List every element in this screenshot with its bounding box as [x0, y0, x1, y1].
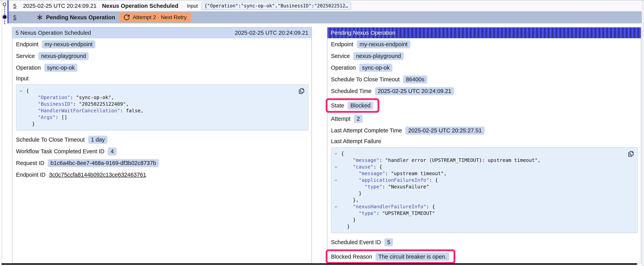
- field-label: Endpoint: [331, 41, 354, 48]
- last-attempt-failure-label: Last Attempt Failure: [331, 138, 638, 144]
- field-value-badge: 1 day: [88, 136, 108, 144]
- json-key: "type": [364, 184, 382, 190]
- timeline-node-current-icon: [3, 15, 6, 19]
- code-text: "message": "upstream timeout",: [341, 170, 447, 177]
- code-line: }: [334, 190, 624, 197]
- event-row-nexus-operation-scheduled[interactable]: 5 2025-02-25 UTC 20:24:09.21 Nexus Opera…: [8, 1, 642, 11]
- horizontal-scrollbar-thumb[interactable]: [2, 263, 637, 265]
- pending-panel-title: Pending Nexus Operation: [330, 30, 395, 36]
- field-label: Attempt: [331, 116, 350, 122]
- code-text: }: [26, 121, 35, 127]
- chevron-gutter-spacer: [334, 217, 341, 223]
- field-value-badge: Blocked: [348, 102, 373, 110]
- annotated-field: StateBlocked: [331, 98, 638, 113]
- code-line: "HandlerWaitForCancellation": false,: [19, 107, 294, 114]
- code-line: }: [334, 223, 624, 230]
- code-line: "BusinessID": "20250225122409",: [19, 101, 294, 107]
- collapse-chevron-icon[interactable]: [334, 164, 341, 170]
- failure-json-lines: { "message": "handler error (UPSTREAM_TI…: [334, 150, 624, 230]
- field-label: Schedule To Close Timeout: [331, 76, 400, 83]
- field-label: Service: [16, 53, 35, 59]
- pending-fields-top: Endpointmy-nexus-endpointServicenexus-pl…: [331, 40, 638, 135]
- chevron-gutter-spacer: [334, 190, 341, 197]
- failure-json-viewer: { "message": "handler error (UPSTREAM_TI…: [331, 147, 638, 233]
- code-line: {: [19, 88, 294, 94]
- field-value-badge: The circuit breaker is open.: [376, 253, 449, 261]
- scheduled-panel-title: 5 Nexus Operation Scheduled: [16, 30, 91, 36]
- code-line: "Operation": "sync-op-ok",: [19, 94, 294, 101]
- field-row-state: StateBlocked: [331, 101, 373, 110]
- field-value-link[interactable]: 3c0c75ccfa8144b092c13ce632463761: [49, 172, 146, 178]
- chevron-gutter-spacer: [19, 121, 26, 127]
- scheduled-event-detail-panel: 5 Nexus Operation Scheduled 2025-02-25 U…: [12, 27, 312, 263]
- field-label: Endpoint ID: [16, 172, 46, 178]
- copy-icon[interactable]: [627, 150, 635, 158]
- field-value-badge: my-nexus-endpoint: [357, 40, 410, 48]
- event-input-preview-badge[interactable]: {"Operation":"sync-op-ok","BusinessID":"…: [201, 2, 351, 10]
- retry-status-badge: Attempt 2 · Next Retry: [120, 13, 191, 22]
- event-title: Pending Nexus Operation: [46, 14, 115, 21]
- retry-icon: [124, 14, 130, 21]
- chevron-gutter-spacer: [334, 197, 341, 203]
- event-detail-panels: 5 Nexus Operation Scheduled 2025-02-25 U…: [12, 27, 641, 263]
- field-value-badge: nexus-playground: [354, 52, 404, 60]
- code-line: "message": "upstream timeout",: [334, 170, 624, 177]
- chevron-gutter-spacer: [19, 101, 26, 107]
- json-key: "message": [353, 157, 379, 163]
- json-key: "HandlerWaitForCancellation": [38, 108, 120, 114]
- vertical-scrollbar-track[interactable]: [642, 1, 644, 266]
- field-value-badge: 4: [108, 147, 116, 155]
- json-key: "Args": [38, 114, 55, 120]
- field-row-scheduled-time: Scheduled Time2025-02-25 UTC 20:24:09.21: [331, 87, 638, 96]
- code-text: {: [26, 88, 29, 94]
- code-text: }: [341, 217, 356, 223]
- code-text: "BusinessID": "20250225122409",: [26, 101, 129, 107]
- code-text: "Operation": "sync-op-ok",: [26, 94, 114, 101]
- collapse-chevron-icon[interactable]: [334, 203, 341, 210]
- code-text: "cause": {: [341, 164, 382, 170]
- code-line: "nexusHandlerFailureInfo": {: [334, 203, 624, 210]
- input-json-lines: { "Operation": "sync-op-ok", "BusinessID…: [19, 88, 294, 127]
- field-row-service: Servicenexus-playground: [331, 52, 638, 61]
- input-section-label: Input: [16, 75, 308, 82]
- collapse-chevron-icon[interactable]: [19, 88, 26, 94]
- json-key: "type": [359, 210, 376, 216]
- json-key: "nexusHandlerFailureInfo": [353, 204, 426, 209]
- code-line: "cause": {: [334, 164, 624, 170]
- field-row-schedule-to-close-timeout: Schedule To Close Timeout86400s: [331, 75, 638, 84]
- json-key: "Operation": [38, 95, 70, 100]
- json-key: "cause": [353, 164, 373, 170]
- field-value-badge: 2025-02-25 UTC 20:25:27.51: [406, 127, 484, 135]
- highlight-annotation-box: StateBlocked: [326, 98, 379, 113]
- timeline-node-open-icon: [3, 3, 6, 6]
- event-row-pending-nexus-operation[interactable]: 5 Pending Nexus Operation Attempt 2 · Ne…: [8, 11, 642, 24]
- field-label: Operation: [331, 65, 356, 71]
- event-title: Nexus Operation Scheduled: [102, 3, 178, 9]
- field-value-badge: b1c6a4bc-8ee7-468a-9169-df3b02c8737b: [48, 159, 159, 167]
- field-label: State: [331, 102, 344, 109]
- json-key: "BusinessID": [38, 101, 73, 107]
- field-value-badge: 86400s: [403, 76, 427, 84]
- field-label: Schedule To Close Timeout: [16, 137, 85, 143]
- code-line: "type": "NexusFailure": [334, 183, 624, 190]
- field-value-badge: 2: [354, 115, 362, 123]
- field-label: Last Attempt Complete Time: [331, 127, 402, 134]
- chevron-gutter-spacer: [334, 170, 341, 177]
- field-row-endpoint: Endpointmy-nexus-endpoint: [331, 40, 638, 49]
- copy-icon[interactable]: [298, 87, 305, 95]
- event-id-link[interactable]: 5: [13, 14, 16, 21]
- field-value-badge: nexus-playground: [38, 52, 89, 60]
- code-text: "message": "handler error (UPSTREAM_TIME…: [341, 157, 541, 164]
- code-text: "type": "UPSTREAM_TIMEOUT": [341, 210, 435, 217]
- highlight-annotation-box: Blocked ReasonThe circuit breaker is ope…: [326, 249, 455, 264]
- code-text: {: [341, 150, 344, 157]
- code-text: },: [341, 197, 359, 203]
- scheduled-fields-bottom: Schedule To Close Timeout1 dayWorkflow T…: [16, 135, 308, 179]
- chevron-gutter-spacer: [334, 183, 341, 190]
- collapse-chevron-icon[interactable]: [334, 150, 341, 157]
- event-id-link[interactable]: 5: [13, 3, 16, 9]
- code-line: }: [19, 121, 294, 127]
- collapse-chevron-icon[interactable]: [334, 177, 341, 183]
- field-row-attempt: Attempt2: [331, 114, 638, 123]
- field-row-operation: Operationsync-op-ok: [331, 63, 638, 72]
